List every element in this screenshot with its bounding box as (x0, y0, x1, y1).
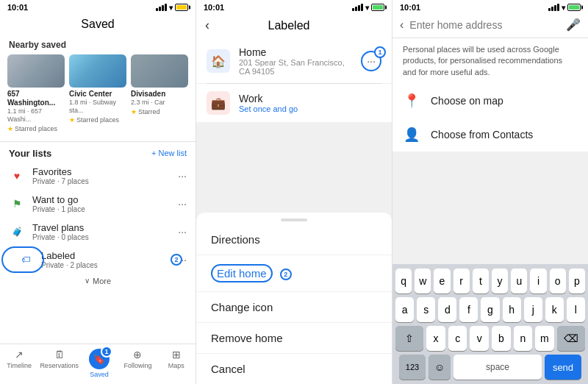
list-item-favorites[interactable]: ♥ Favorites Private · 7 places ··· (0, 162, 196, 190)
key-m[interactable]: m (535, 326, 554, 351)
key-d[interactable]: d (438, 297, 456, 322)
nearby-card-3[interactable]: Divisaden 2.3 mi · Car ★ Starred (131, 54, 188, 132)
key-q[interactable]: q (395, 269, 412, 294)
key-w[interactable]: w (415, 269, 431, 294)
key-e[interactable]: e (434, 269, 450, 294)
nearby-card-1[interactable]: 657 Washington... 1.1 mi · 657 Washi... … (7, 54, 65, 132)
microphone-icon[interactable]: 🎤 (566, 18, 581, 32)
nearby-card-img-3 (131, 54, 188, 88)
p2-work-item[interactable]: 💼 Work Set once and go (196, 84, 392, 122)
key-l[interactable]: l (567, 297, 585, 322)
star-icon-2: ★ (69, 116, 75, 124)
address-description: Personal places will be used across Goog… (392, 38, 588, 84)
star-row-2: ★ Starred places (69, 116, 126, 124)
nav-timeline[interactable]: ↗ Timeline (0, 344, 38, 384)
key-r[interactable]: r (453, 269, 470, 294)
page-title-1: Saved (0, 13, 196, 37)
badge-1: 1 (101, 346, 112, 358)
wantto-name: Want to go (32, 194, 171, 205)
more-label: More (93, 277, 111, 285)
new-list-button[interactable]: + New list (151, 149, 187, 157)
nav-maps-label: Maps (168, 362, 184, 369)
favorites-more-icon[interactable]: ··· (178, 170, 187, 182)
timeline-icon: ↗ (15, 349, 24, 360)
key-b[interactable]: b (492, 326, 511, 351)
wantto-more-icon[interactable]: ··· (178, 198, 187, 210)
list-item-labeled[interactable]: 🏷 Labeled Private · 2 places ··· 2 (0, 246, 196, 274)
numbers-key[interactable]: 123 (399, 355, 426, 380)
home-more-button[interactable]: ··· 1 (361, 51, 381, 71)
time-1: 10:01 (7, 3, 28, 12)
nearby-card-sub-3: 2.3 mi · Car (131, 99, 188, 107)
emoji-key[interactable]: ☺ (429, 355, 451, 380)
key-c[interactable]: c (448, 326, 467, 351)
address-search-input[interactable] (409, 19, 560, 31)
more-button[interactable]: ∨ More (0, 274, 196, 288)
contacts-icon: 👤 (403, 127, 420, 143)
sheet-cancel[interactable]: Cancel (196, 354, 392, 384)
nav-saved[interactable]: 🔖 1 Saved (80, 344, 118, 384)
panel-address: 10:01 ▾ ‹ 🎤 Personal places will be used… (392, 0, 588, 384)
key-j[interactable]: j (524, 297, 542, 322)
status-icons-3: ▾ (548, 4, 581, 12)
star-icon-1: ★ (7, 125, 13, 132)
nearby-card-2[interactable]: Civic Center 1.8 mi · Subway sta... ★ St… (69, 54, 126, 132)
key-o[interactable]: o (550, 269, 566, 294)
wantto-icon: ⚑ (9, 196, 25, 212)
work-name: Work (239, 93, 381, 104)
nearby-card-name-2: Civic Center (69, 90, 126, 99)
key-a[interactable]: a (395, 297, 414, 322)
p3-gray-area (392, 152, 588, 264)
key-f[interactable]: f (459, 297, 478, 322)
key-s[interactable]: s (417, 297, 435, 322)
key-p[interactable]: p (569, 269, 585, 294)
travel-info: Travel plans Private · 0 places (32, 222, 171, 241)
key-u[interactable]: u (511, 269, 527, 294)
key-k[interactable]: k (545, 297, 564, 322)
key-n[interactable]: n (514, 326, 533, 351)
shift-key[interactable]: ⇧ (395, 326, 423, 351)
key-g[interactable]: g (481, 297, 499, 322)
delete-key[interactable]: ⌫ (557, 326, 585, 351)
nearby-card-name-3: Divisaden (131, 90, 188, 99)
space-key[interactable]: space (453, 355, 542, 380)
nearby-card-img-1 (7, 54, 65, 88)
sheet-directions[interactable]: Directions (196, 224, 392, 255)
panel-labeled: 10:01 ▾ ‹ Labeled 🏠 Home 201 Spear St, S… (196, 0, 392, 384)
key-x[interactable]: x (426, 326, 445, 351)
p2-home-item[interactable]: 🏠 Home 201 Spear St, San Francisco, CA 9… (196, 39, 392, 83)
nav-maps[interactable]: ⊞ Maps (157, 344, 196, 384)
travel-icon: 🧳 (9, 224, 25, 240)
send-key[interactable]: send (545, 355, 581, 380)
nav-saved-label: Saved (90, 371, 109, 378)
key-v[interactable]: v (470, 326, 489, 351)
travel-more-icon[interactable]: ··· (178, 226, 187, 238)
sheet-remove-home[interactable]: Remove home (196, 323, 392, 354)
labeled-sub: Private · 2 places (41, 261, 171, 269)
sheet-edit-home[interactable]: Edit home 2 (196, 255, 392, 292)
edit-home-highlight: Edit home (211, 264, 273, 282)
back-button-3[interactable]: ‹ (400, 18, 404, 32)
keyboard-row-3: ⇧ x c v b n m ⌫ (395, 326, 585, 351)
key-t[interactable]: t (473, 269, 489, 294)
maps-icon: ⊞ (172, 349, 181, 360)
choose-on-map-option[interactable]: 📍 Choose on map (392, 84, 588, 118)
key-y[interactable]: y (492, 269, 508, 294)
keyboard-row-2: a s d f g h j k l (395, 297, 585, 322)
p2-header: ‹ Labeled (196, 13, 392, 39)
travel-name: Travel plans (32, 222, 171, 233)
back-button-2[interactable]: ‹ (205, 18, 209, 33)
choose-from-contacts-option[interactable]: 👤 Choose from Contacts (392, 118, 588, 152)
key-h[interactable]: h (503, 297, 521, 322)
nav-reservations[interactable]: 🗓 Reservations (38, 344, 80, 384)
keyboard-bottom-row: 123 ☺ space send (395, 355, 585, 381)
nearby-card-name-1: 657 Washington... (7, 90, 65, 107)
sheet-change-icon[interactable]: Change icon (196, 292, 392, 323)
home-location-icon: 🏠 (207, 49, 230, 73)
status-bar-3: 10:01 ▾ (392, 0, 588, 13)
list-item-travel[interactable]: 🧳 Travel plans Private · 0 places ··· (0, 218, 196, 246)
list-item-wantto[interactable]: ⚑ Want to go Private · 1 place ··· (0, 190, 196, 218)
signal-icon-3 (548, 4, 559, 11)
nav-following[interactable]: ⊕ Following (118, 344, 157, 384)
key-i[interactable]: i (530, 269, 546, 294)
